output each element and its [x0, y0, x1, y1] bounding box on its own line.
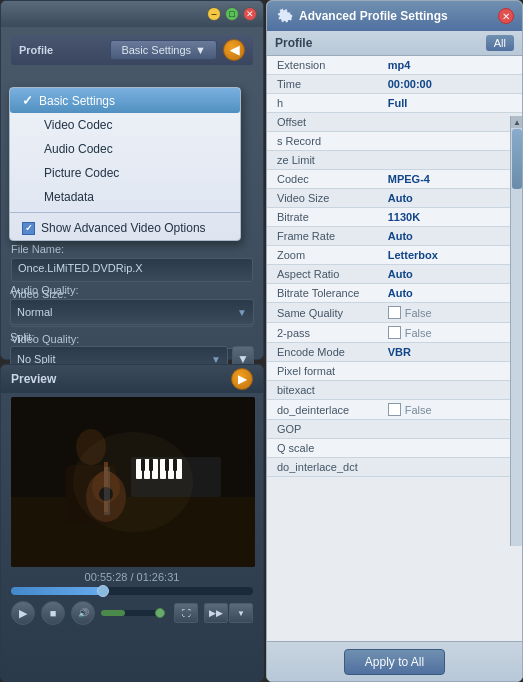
table-row: hFull: [267, 94, 522, 113]
row-checkbox[interactable]: [388, 403, 401, 416]
volume-button[interactable]: 🔊: [71, 601, 95, 625]
row-value: [382, 458, 522, 477]
menu-item-basic-settings[interactable]: ✓ Basic Settings: [10, 88, 240, 113]
row-key: Codec: [267, 170, 382, 189]
table-row: ze Limit: [267, 151, 522, 170]
row-key: do_deinterlace: [267, 400, 382, 420]
table-row: Encode ModeVBR: [267, 343, 522, 362]
volume-slider[interactable]: [101, 610, 161, 616]
row-key: Bitrate Tolerance: [267, 284, 382, 303]
maximize-button[interactable]: □: [225, 7, 239, 21]
checkbox-value-wrap: False: [388, 403, 516, 416]
scrollbar-thumb[interactable]: [512, 129, 522, 189]
preview-panel: Preview ▶: [0, 364, 264, 682]
scroll-up-button[interactable]: ▲: [511, 116, 522, 128]
table-row: Extensionmp4: [267, 56, 522, 75]
row-value: Auto: [382, 189, 522, 208]
table-row: do_deinterlaceFalse: [267, 400, 522, 420]
row-key: s Record: [267, 132, 382, 151]
profile-bar-label: Profile: [275, 36, 312, 50]
preview-go-button[interactable]: ▶: [231, 368, 253, 390]
menu-item-audio-codec[interactable]: Audio Codec: [10, 137, 240, 161]
table-row: GOP: [267, 420, 522, 439]
menu-item-picture-codec[interactable]: Picture Codec: [10, 161, 240, 185]
row-key: Same Quality: [267, 303, 382, 323]
table-row: Same QualityFalse: [267, 303, 522, 323]
row-value: Full: [382, 94, 522, 113]
row-key: Zoom: [267, 246, 382, 265]
file-name-value: Once.LiMiTED.DVDRip.X: [18, 262, 143, 274]
table-row: Aspect RatioAuto: [267, 265, 522, 284]
progress-thumb[interactable]: [97, 585, 109, 597]
row-key: Video Size: [267, 189, 382, 208]
row-value: Auto: [382, 265, 522, 284]
row-key: ze Limit: [267, 151, 382, 170]
table-row: Time00:00:00: [267, 75, 522, 94]
menu-item-label: Basic Settings: [39, 94, 115, 108]
menu-item-label: Video Codec: [44, 118, 113, 132]
stop-button[interactable]: ■: [41, 601, 65, 625]
show-advanced-row[interactable]: ✓ Show Advanced Video Options: [10, 216, 240, 240]
all-button[interactable]: All: [486, 35, 514, 51]
row-checkbox[interactable]: [388, 306, 401, 319]
volume-thumb[interactable]: [155, 608, 165, 618]
menu-item-label: Audio Codec: [44, 142, 113, 156]
audio-quality-value: Normal: [17, 306, 52, 318]
row-key: Pixel format: [267, 362, 382, 381]
audio-quality-arrow-icon: ▼: [237, 307, 247, 318]
row-value: [382, 132, 522, 151]
table-with-scrollbar: Extensionmp4Time00:00:00hFullOffsets Rec…: [267, 56, 522, 477]
row-key: Extension: [267, 56, 382, 75]
row-key: GOP: [267, 420, 382, 439]
progress-bar[interactable]: [11, 587, 253, 595]
row-value-text: False: [405, 327, 432, 339]
row-value: [382, 439, 522, 458]
right-titlebar: Advanced Profile Settings ✕: [267, 1, 522, 31]
settings-dropdown-button[interactable]: Basic Settings ▼: [110, 40, 217, 60]
audio-quality-label: Audio Quality:: [10, 284, 254, 296]
nav-arrow-button[interactable]: ◀: [223, 39, 245, 61]
row-value: 00:00:00: [382, 75, 522, 94]
minimize-button[interactable]: –: [207, 7, 221, 21]
settings-dropdown-label: Basic Settings: [121, 44, 191, 56]
row-value-text: False: [405, 307, 432, 319]
table-row: Bitrate ToleranceAuto: [267, 284, 522, 303]
row-value: mp4: [382, 56, 522, 75]
close-button[interactable]: ✕: [243, 7, 257, 21]
row-key: bitexact: [267, 381, 382, 400]
time-display: 00:55:28 / 01:26:31: [1, 571, 263, 583]
right-scrollbar[interactable]: ▲ ▼: [510, 116, 522, 546]
row-value: Auto: [382, 227, 522, 246]
show-advanced-checkbox[interactable]: ✓: [22, 222, 35, 235]
menu-item-video-codec[interactable]: Video Codec: [10, 113, 240, 137]
row-key: do_interlace_dct: [267, 458, 382, 477]
audio-quality-select[interactable]: Normal ▼: [10, 299, 254, 325]
row-key: Time: [267, 75, 382, 94]
row-key: Bitrate: [267, 208, 382, 227]
aspect-ratio-button[interactable]: ⛶: [174, 603, 198, 623]
output-format-button[interactable]: ▶▶ ▼: [204, 603, 253, 623]
table-row: s Record: [267, 132, 522, 151]
profile-header-label: Profile: [19, 44, 53, 56]
play-button[interactable]: ▶: [11, 601, 35, 625]
volume-fill: [101, 610, 125, 616]
row-key: Aspect Ratio: [267, 265, 382, 284]
right-panel: Advanced Profile Settings ✕ Profile All …: [266, 0, 523, 682]
apply-all-button[interactable]: Apply to All: [344, 649, 445, 675]
format-dropdown-btn[interactable]: ▼: [229, 603, 253, 623]
row-checkbox[interactable]: [388, 326, 401, 339]
split-label: Split:: [10, 331, 254, 343]
row-key: Encode Mode: [267, 343, 382, 362]
menu-divider: [10, 212, 240, 213]
menu-item-metadata[interactable]: Metadata: [10, 185, 240, 209]
row-value: VBR: [382, 343, 522, 362]
table-row: 2-passFalse: [267, 323, 522, 343]
format-btn[interactable]: ▶▶: [204, 603, 228, 623]
menu-item-label: Picture Codec: [44, 166, 119, 180]
row-value: [382, 151, 522, 170]
row-value-text: False: [405, 404, 432, 416]
right-title-left: Advanced Profile Settings: [275, 7, 448, 25]
row-value: False: [382, 400, 522, 420]
profile-section-header: Profile Basic Settings ▼ ◀: [11, 35, 253, 65]
right-close-button[interactable]: ✕: [498, 8, 514, 24]
